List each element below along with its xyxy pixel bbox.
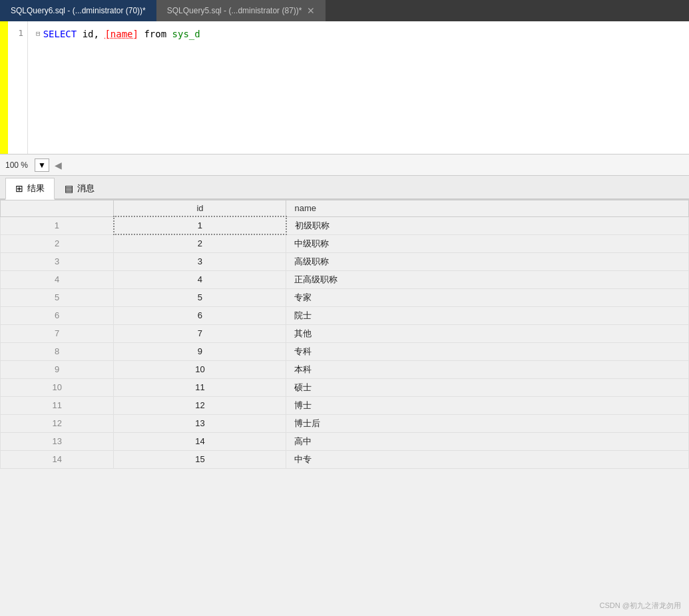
keyword-select: SELECT xyxy=(43,27,77,41)
cell-name[interactable]: 院士 xyxy=(286,306,689,324)
cell-id[interactable]: 13 xyxy=(114,414,286,432)
keyword-from: from xyxy=(144,27,166,41)
cell-rownum: 2 xyxy=(1,234,114,252)
table-row[interactable]: 11初级职称 xyxy=(1,216,689,234)
cell-name[interactable]: 其他 xyxy=(286,324,689,342)
code-col-name: [name] xyxy=(105,27,138,41)
results-icon: ⊞ xyxy=(15,183,23,194)
table-row[interactable]: 22中级职称 xyxy=(1,234,689,252)
cell-rownum: 11 xyxy=(1,396,114,414)
cell-name[interactable]: 高级职称 xyxy=(286,252,689,270)
cell-name[interactable]: 博士后 xyxy=(286,414,689,432)
code-space2 xyxy=(99,27,105,41)
cell-name[interactable]: 中专 xyxy=(286,450,689,468)
cell-rownum: 14 xyxy=(1,450,114,468)
table-row[interactable]: 44正高级职称 xyxy=(1,270,689,288)
fold-icon[interactable]: ⊟ xyxy=(36,27,41,41)
line-number-1: 1 xyxy=(8,27,23,40)
cell-rownum: 8 xyxy=(1,342,114,360)
editor-area[interactable]: 1 ⊟ SELECT id, [name] from sys_d xyxy=(0,21,689,154)
cell-name[interactable]: 博士 xyxy=(286,396,689,414)
cell-name[interactable]: 专家 xyxy=(286,288,689,306)
table-row[interactable]: 55专家 xyxy=(1,288,689,306)
tab-messages[interactable]: ▤ 消息 xyxy=(55,178,105,198)
cell-id[interactable]: 11 xyxy=(114,378,286,396)
zoom-bar: 100 % ▼ ◀ xyxy=(0,154,689,176)
cell-name[interactable]: 本科 xyxy=(286,360,689,378)
cell-rownum: 7 xyxy=(1,324,114,342)
scroll-left-icon[interactable]: ◀ xyxy=(55,160,62,170)
cell-name[interactable]: 中级职称 xyxy=(286,234,689,252)
zoom-dropdown[interactable]: ▼ xyxy=(35,158,49,172)
zoom-value: 100 % xyxy=(5,160,32,170)
code-space4 xyxy=(166,27,172,41)
results-tabs: ⊞ 结果 ▤ 消息 xyxy=(0,176,689,200)
col-header-name[interactable]: name xyxy=(286,200,689,217)
cell-id[interactable]: 2 xyxy=(114,234,286,252)
tab-sqlquery6[interactable]: SQLQuery6.sql - (...dministrator (70))* xyxy=(0,0,156,21)
cell-id[interactable]: 15 xyxy=(114,450,286,468)
cell-id[interactable]: 9 xyxy=(114,342,286,360)
main-content: 1 ⊟ SELECT id, [name] from sys_d 100 % ▼… xyxy=(0,21,689,616)
cell-rownum: 10 xyxy=(1,378,114,396)
table-row[interactable]: 1213博士后 xyxy=(1,414,689,432)
cell-rownum: 3 xyxy=(1,252,114,270)
cell-rownum: 4 xyxy=(1,270,114,288)
messages-tab-label: 消息 xyxy=(77,182,95,194)
cell-id[interactable]: 5 xyxy=(114,288,286,306)
table-row[interactable]: 1415中专 xyxy=(1,450,689,468)
cell-name[interactable]: 高中 xyxy=(286,432,689,450)
tab-bar: SQLQuery6.sql - (...dministrator (70))* … xyxy=(0,0,689,21)
cell-id[interactable]: 7 xyxy=(114,324,286,342)
cell-id[interactable]: 12 xyxy=(114,396,286,414)
cell-rownum: 6 xyxy=(1,306,114,324)
results-tab-label: 结果 xyxy=(27,182,45,194)
code-line-1: ⊟ SELECT id, [name] from sys_d xyxy=(36,27,681,41)
table-row[interactable]: 910本科 xyxy=(1,360,689,378)
col-header-rownum xyxy=(1,200,114,217)
tab-sqlquery6-label: SQLQuery6.sql - (...dministrator (70))* xyxy=(11,6,146,15)
table-row[interactable]: 89专科 xyxy=(1,342,689,360)
tab-results[interactable]: ⊞ 结果 xyxy=(5,178,55,200)
tab-sqlquery5[interactable]: SQLQuery5.sql - (...dministrator (87))* … xyxy=(156,0,326,21)
tab-sqlquery5-label: SQLQuery5.sql - (...dministrator (87))* xyxy=(167,6,302,15)
cell-name[interactable]: 正高级职称 xyxy=(286,270,689,288)
cell-id[interactable]: 6 xyxy=(114,306,286,324)
code-table-name: sys_d xyxy=(172,27,200,41)
cell-name[interactable]: 初级职称 xyxy=(286,216,689,234)
table-row[interactable]: 1011硕士 xyxy=(1,378,689,396)
messages-icon: ▤ xyxy=(65,183,73,194)
cell-rownum: 9 xyxy=(1,360,114,378)
line-indicator xyxy=(0,21,8,154)
table-row[interactable]: 1314高中 xyxy=(1,432,689,450)
results-table-wrapper[interactable]: id name 11初级职称22中级职称33高级职称44正高级职称55专家66院… xyxy=(0,200,689,616)
code-id: id, xyxy=(83,27,99,41)
cell-name[interactable]: 硕士 xyxy=(286,378,689,396)
tab-close-icon[interactable]: ✕ xyxy=(307,5,315,16)
table-row[interactable]: 77其他 xyxy=(1,324,689,342)
table-row[interactable]: 1112博士 xyxy=(1,396,689,414)
table-row[interactable]: 66院士 xyxy=(1,306,689,324)
zoom-dropdown-arrow: ▼ xyxy=(38,160,46,170)
code-space3 xyxy=(138,27,144,41)
cell-id[interactable]: 14 xyxy=(114,432,286,450)
code-space1 xyxy=(77,27,82,41)
code-editor[interactable]: ⊟ SELECT id, [name] from sys_d xyxy=(28,21,689,154)
cell-rownum: 5 xyxy=(1,288,114,306)
table-row[interactable]: 33高级职称 xyxy=(1,252,689,270)
cell-id[interactable]: 3 xyxy=(114,252,286,270)
cell-id[interactable]: 1 xyxy=(114,216,286,234)
cell-name[interactable]: 专科 xyxy=(286,342,689,360)
cell-id[interactable]: 4 xyxy=(114,270,286,288)
col-header-id[interactable]: id xyxy=(114,200,286,217)
cell-rownum: 1 xyxy=(1,216,114,234)
table-header-row: id name xyxy=(1,200,689,217)
cell-id[interactable]: 10 xyxy=(114,360,286,378)
line-numbers: 1 xyxy=(8,21,28,154)
cell-rownum: 13 xyxy=(1,432,114,450)
cell-rownum: 12 xyxy=(1,414,114,432)
results-table: id name 11初级职称22中级职称33高级职称44正高级职称55专家66院… xyxy=(0,200,689,469)
watermark: CSDN @初九之潜龙勿用 xyxy=(600,601,681,611)
